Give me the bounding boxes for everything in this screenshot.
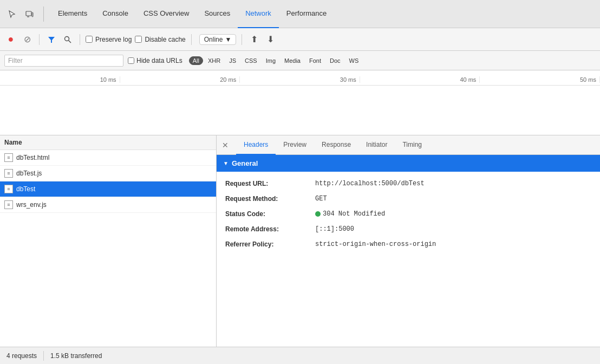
filter-type-xhr[interactable]: XHR <box>204 56 224 65</box>
status-divider <box>43 351 44 361</box>
filter-type-img[interactable]: Img <box>262 56 279 65</box>
file-item-2[interactable]: ≡ dbTest <box>0 181 216 197</box>
filter-type-js[interactable]: JS <box>225 56 240 65</box>
svg-line-5 <box>69 40 71 43</box>
preserve-log-input[interactable] <box>86 36 93 43</box>
detail-row-4: Referrer Policy: strict-origin-when-cros… <box>225 237 591 252</box>
filter-type-doc[interactable]: Doc <box>326 56 344 65</box>
network-throttle-arrow: ▼ <box>225 36 231 43</box>
timeline-ruler: 10 ms 20 ms 30 ms 40 ms 50 ms <box>0 70 600 86</box>
detail-label-2: Status Code: <box>225 209 312 219</box>
file-icon-0: ≡ <box>4 153 13 162</box>
disable-cache-checkbox[interactable]: Disable cache <box>135 36 185 43</box>
panel-tab-response[interactable]: Response <box>314 135 358 155</box>
panel-tab-preview[interactable]: Preview <box>276 135 314 155</box>
right-panel: ✕ Headers Preview Response Initiator Tim… <box>217 135 600 347</box>
filter-bar: Hide data URLs All XHR JS CSS Img Media … <box>0 51 600 70</box>
hide-data-urls-checkbox[interactable]: Hide data URLs <box>128 57 182 64</box>
general-section-header[interactable]: ▼ General <box>217 155 600 172</box>
detail-label-1: Request Method: <box>225 194 312 204</box>
export-button[interactable]: ⬇ <box>264 33 277 46</box>
tab-performance[interactable]: Performance <box>279 0 334 28</box>
status-dot-icon <box>315 211 321 217</box>
tab-network[interactable]: Network <box>238 0 279 28</box>
filter-type-buttons: All XHR JS CSS Img Media Font Doc WS <box>189 56 363 65</box>
file-name-2: dbTest <box>16 185 35 193</box>
tab-css-overview[interactable]: CSS Overview <box>136 0 197 28</box>
general-section-title: General <box>232 159 258 167</box>
tick-2: 30 ms <box>240 76 360 83</box>
close-panel-button[interactable]: ✕ <box>219 139 232 152</box>
search-icon[interactable] <box>61 33 74 46</box>
disable-cache-label: Disable cache <box>145 36 185 43</box>
right-panel-tabs: ✕ Headers Preview Response Initiator Tim… <box>217 135 600 155</box>
file-icon-2: ≡ <box>4 185 13 193</box>
toolbar-divider-1 <box>39 34 40 45</box>
tab-sources[interactable]: Sources <box>197 0 238 28</box>
network-throttle-select[interactable]: Online ▼ <box>199 34 237 45</box>
file-name-1: dbTest.js <box>16 170 42 177</box>
preserve-log-checkbox[interactable]: Preserve log <box>86 36 132 43</box>
svg-rect-1 <box>32 12 33 17</box>
filter-icon[interactable] <box>45 33 58 46</box>
svg-marker-3 <box>48 37 55 43</box>
tab-icon-group <box>4 6 44 22</box>
network-throttle-label: Online <box>204 36 223 43</box>
import-button[interactable]: ⬆ <box>247 33 260 46</box>
file-list: Name ≡ dbTest.html ≡ dbTest.js ≡ dbTest … <box>0 135 217 347</box>
file-icon-1: ≡ <box>4 169 13 178</box>
file-item-1[interactable]: ≡ dbTest.js <box>0 166 216 181</box>
detail-value-4: strict-origin-when-cross-origin <box>315 239 436 249</box>
detail-value-0: http://localhost:5000/dbTest <box>315 179 425 188</box>
toolbar: ● ⊘ Preserve log Disable cache Online ▼ … <box>0 28 600 51</box>
detail-value-2: 304 Not Modified <box>315 209 385 219</box>
svg-point-4 <box>65 36 69 41</box>
clear-button[interactable]: ⊘ <box>21 33 34 46</box>
panel-tab-initiator[interactable]: Initiator <box>358 135 395 155</box>
panel-tab-headers[interactable]: Headers <box>236 135 276 155</box>
detail-label-4: Referrer Policy: <box>225 239 312 249</box>
hide-data-urls-input[interactable] <box>128 57 134 64</box>
file-item-0[interactable]: ≡ dbTest.html <box>0 150 216 166</box>
section-arrow-icon: ▼ <box>223 160 229 166</box>
status-bar: 4 requests 1.5 kB transferred <box>0 347 600 364</box>
filter-type-media[interactable]: Media <box>281 56 304 65</box>
filter-type-css[interactable]: CSS <box>241 56 261 65</box>
detail-label-0: Request URL: <box>225 179 312 188</box>
file-name-0: dbTest.html <box>16 154 49 161</box>
record-button[interactable]: ● <box>4 33 17 46</box>
timeline: 10 ms 20 ms 30 ms 40 ms 50 ms <box>0 70 600 135</box>
panel-tab-timing[interactable]: Timing <box>395 135 429 155</box>
disable-cache-input[interactable] <box>135 36 142 43</box>
hide-data-urls-label: Hide data URLs <box>136 57 182 64</box>
filter-input[interactable] <box>4 55 123 67</box>
filter-type-all[interactable]: All <box>189 56 203 65</box>
file-list-header: Name <box>0 135 216 150</box>
detail-row-3: Remote Address: [::1]:5000 <box>225 222 591 237</box>
detail-value-3: [::1]:5000 <box>315 224 354 234</box>
toolbar-divider-3 <box>191 34 192 45</box>
detail-rows: Request URL: http://localhost:5000/dbTes… <box>217 172 600 256</box>
device-icon[interactable] <box>22 6 37 22</box>
tab-elements[interactable]: Elements <box>50 0 95 28</box>
requests-count: 4 requests <box>6 352 37 360</box>
main-content: Name ≡ dbTest.html ≡ dbTest.js ≡ dbTest … <box>0 135 600 347</box>
filter-type-font[interactable]: Font <box>305 56 325 65</box>
tab-console[interactable]: Console <box>95 0 136 28</box>
svg-rect-0 <box>26 11 31 16</box>
detail-row-0: Request URL: http://localhost:5000/dbTes… <box>225 176 591 191</box>
file-item-3[interactable]: ≡ wrs_env.js <box>0 197 216 213</box>
filter-type-ws[interactable]: WS <box>345 56 363 65</box>
tick-4: 50 ms <box>480 76 600 83</box>
timeline-body <box>0 86 600 135</box>
cursor-icon[interactable] <box>4 6 19 22</box>
detail-row-2: Status Code: 304 Not Modified <box>225 206 591 222</box>
toolbar-divider-2 <box>80 34 80 45</box>
detail-value-1: GET <box>315 194 327 204</box>
preserve-log-label: Preserve log <box>95 36 132 43</box>
tick-0: 10 ms <box>0 76 120 83</box>
file-icon-3: ≡ <box>4 200 13 209</box>
detail-row-1: Request Method: GET <box>225 191 591 206</box>
toolbar-divider-4 <box>242 34 242 45</box>
data-transferred: 1.5 kB transferred <box>50 352 102 360</box>
